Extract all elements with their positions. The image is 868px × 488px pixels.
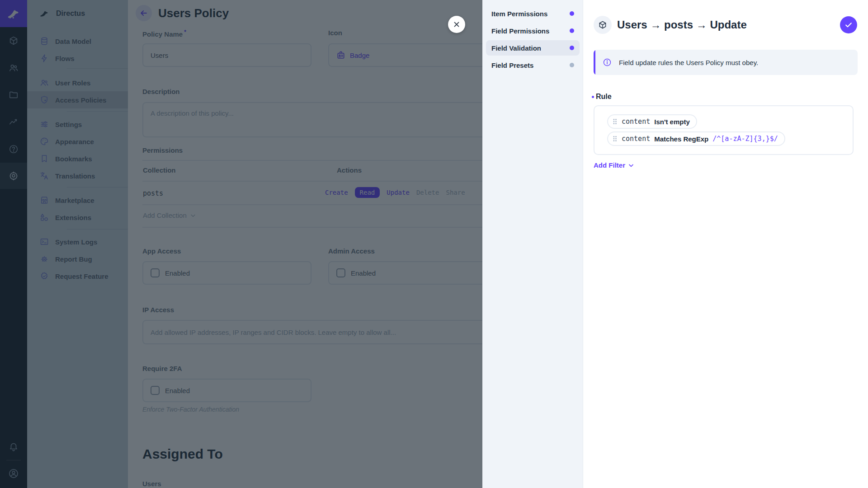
status-dot xyxy=(570,46,574,50)
nav-item-field-presets[interactable]: Field Presets xyxy=(486,57,580,73)
rule-filter-box: content Isn't empty content Matches RegE… xyxy=(594,105,854,155)
add-filter-button[interactable]: Add Filter xyxy=(594,161,635,169)
filter-row-matches-regexp[interactable]: content Matches RegExp /^[a-zA-Z]{3,}$/ xyxy=(607,131,785,146)
nav-item-field-permissions[interactable]: Field Permissions xyxy=(486,23,580,38)
status-dot xyxy=(570,11,574,16)
status-dot xyxy=(570,63,574,67)
drag-handle-icon[interactable] xyxy=(612,135,618,142)
drag-handle-icon[interactable] xyxy=(612,118,618,125)
drawer-nav: Item Permissions Field Permissions Field… xyxy=(482,0,583,488)
save-button[interactable] xyxy=(840,16,857,33)
collection-icon-circle xyxy=(594,16,612,34)
status-dot xyxy=(570,28,574,33)
banner-accent-bar xyxy=(594,50,595,75)
chevron-down-icon xyxy=(627,162,635,169)
edited-dot xyxy=(592,96,594,98)
drawer-overlay[interactable] xyxy=(0,0,482,488)
filter-operator[interactable]: Matches RegExp xyxy=(654,135,708,143)
info-icon xyxy=(603,58,612,67)
info-banner: Field update rules the Users Policy must… xyxy=(594,50,858,75)
filter-row-isnt-empty[interactable]: content Isn't empty xyxy=(607,114,697,129)
nav-item-item-permissions[interactable]: Item Permissions xyxy=(486,6,580,21)
filter-operator[interactable]: Isn't empty xyxy=(654,118,690,126)
filter-field[interactable]: content xyxy=(622,135,650,143)
filter-value[interactable]: /^[a-zA-Z]{3,}$/ xyxy=(712,135,778,143)
rule-label: Rule xyxy=(596,93,612,101)
banner-text: Field update rules the Users Policy must… xyxy=(619,59,758,66)
nav-item-field-validation[interactable]: Field Validation xyxy=(486,40,580,56)
drawer-content: Users → posts → Update Field update rule… xyxy=(583,0,868,488)
check-icon xyxy=(844,20,853,29)
filter-field[interactable]: content xyxy=(622,117,650,126)
box-icon xyxy=(598,20,607,29)
drawer-title: Users → posts → Update xyxy=(617,19,747,31)
drawer-close-button[interactable] xyxy=(448,16,465,33)
close-icon xyxy=(453,20,461,28)
